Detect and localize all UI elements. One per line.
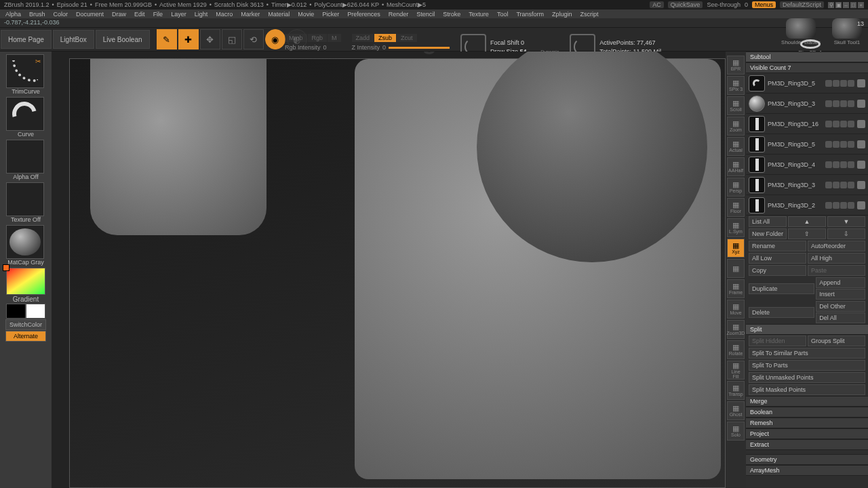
- subtool-item[interactable]: PM3D_Ring3D_3: [746, 94, 868, 114]
- color-swatches[interactable]: [6, 304, 45, 319]
- splithidden-button[interactable]: Split Hidden: [749, 336, 806, 346]
- menu-stencil[interactable]: Stencil: [412, 11, 439, 18]
- window-expand-icon[interactable]: ▣: [835, 2, 842, 8]
- nav-spix-3[interactable]: ▦SPix 3: [727, 76, 745, 95]
- allhigh-button[interactable]: All High: [808, 253, 865, 264]
- nav-xyz[interactable]: ▦Xyz: [727, 239, 745, 258]
- draw-mode-button[interactable]: ✚: [178, 29, 199, 49]
- gizmo-button[interactable]: ◉: [265, 29, 285, 49]
- nav-l.sym[interactable]: ▦L.Sym: [727, 218, 745, 237]
- viewport[interactable]: www.rrcg.cn: [52, 52, 726, 488]
- menu-zscript[interactable]: Zscript: [576, 11, 603, 18]
- maximize-icon[interactable]: □: [850, 2, 856, 8]
- mrgb-button[interactable]: Mrgb: [285, 34, 307, 42]
- lightbox-button[interactable]: LightBox: [53, 30, 94, 49]
- boolean-header[interactable]: Boolean: [746, 407, 868, 418]
- move-mode-button[interactable]: ✥: [200, 29, 220, 49]
- list-all-button[interactable]: List All: [749, 216, 787, 227]
- alternate-button[interactable]: Alternate: [5, 331, 46, 342]
- subtool-item[interactable]: PM3D_Ring3D_5: [746, 73, 868, 94]
- m-button[interactable]: M: [328, 34, 341, 42]
- curve-stroke[interactable]: Curve: [6, 97, 45, 139]
- menu-alpha[interactable]: Alpha: [1, 11, 25, 18]
- subtool-item[interactable]: PM3D_Ring3D_2: [746, 195, 868, 216]
- append-button[interactable]: Append: [816, 277, 865, 288]
- subtool-list[interactable]: PM3D_Ring3D_5PM3D_Ring3D_3PM3D_Ring3D_16…: [746, 73, 868, 216]
- menu-layer[interactable]: Layer: [167, 11, 191, 18]
- menu-picker[interactable]: Picker: [318, 11, 343, 18]
- nav-ghost[interactable]: ▦Ghost: [727, 401, 745, 420]
- alpha-slot[interactable]: Alpha Off: [6, 140, 45, 182]
- nav-blank[interactable]: ▦: [727, 259, 745, 278]
- remesh-header[interactable]: Remesh: [746, 418, 868, 428]
- splitmasked-button[interactable]: Split Masked Points: [749, 384, 865, 395]
- move-down-icon[interactable]: ⇩: [827, 228, 865, 239]
- menu-edit[interactable]: Edit: [130, 11, 149, 18]
- arrow-up-icon[interactable]: ▲: [788, 216, 826, 227]
- splitsimilar-button[interactable]: Split To Similar Parts: [749, 348, 865, 359]
- rotate-mode-button[interactable]: ⟲: [243, 29, 264, 49]
- project-header[interactable]: Project: [746, 428, 868, 439]
- groupssplit-button[interactable]: Groups Split: [808, 336, 865, 346]
- zsub-button[interactable]: Zsub: [374, 34, 396, 42]
- trimcurve-brush[interactable]: ✂TrimCurve: [6, 54, 45, 96]
- menu-material[interactable]: Material: [264, 11, 294, 18]
- copy-button[interactable]: Copy: [749, 265, 806, 276]
- menu-zplugin[interactable]: Zplugin: [548, 11, 576, 18]
- nav-transp[interactable]: ▦Transp: [727, 381, 745, 400]
- paste-button[interactable]: Paste: [808, 265, 865, 276]
- delother-button[interactable]: Del Other: [816, 301, 865, 312]
- nav-rotate[interactable]: ▦Rotate: [727, 340, 745, 359]
- subtool-item[interactable]: PM3D_Ring3D_3: [746, 175, 868, 195]
- rename-button[interactable]: Rename: [749, 241, 806, 251]
- nav-scroll[interactable]: ▦Scroll: [727, 96, 745, 115]
- zcut-button[interactable]: Zcut: [397, 34, 417, 42]
- menus-toggle[interactable]: Menus: [752, 1, 776, 8]
- nav-zoom[interactable]: ▦Zoom: [727, 117, 745, 136]
- split-header[interactable]: Split: [746, 324, 868, 335]
- close-icon[interactable]: ×: [858, 2, 864, 8]
- menu-document[interactable]: Document: [72, 11, 108, 18]
- merge-header[interactable]: Merge: [746, 396, 868, 407]
- menu-draw[interactable]: Draw: [108, 11, 130, 18]
- splitparts-button[interactable]: Split To Parts: [749, 360, 865, 371]
- menu-tool[interactable]: Tool: [493, 11, 513, 18]
- subtool-item[interactable]: PM3D_Ring3D_16: [746, 114, 868, 134]
- menu-brush[interactable]: Brush: [25, 11, 50, 18]
- nav-move[interactable]: ▦Move: [727, 300, 745, 319]
- subtool-header[interactable]: Subtool: [746, 52, 868, 62]
- new-folder-button[interactable]: New Folder: [749, 228, 787, 239]
- menu-stroke[interactable]: Stroke: [439, 11, 465, 18]
- live-boolean-button[interactable]: Live Boolean: [96, 30, 150, 49]
- delall-button[interactable]: Del All: [816, 312, 865, 323]
- nav-persp[interactable]: ▦Persp: [727, 178, 745, 197]
- zadd-button[interactable]: Zadd: [352, 34, 374, 42]
- quicksave-button[interactable]: QuickSave: [668, 1, 703, 8]
- rgb-button[interactable]: Rgb: [308, 34, 328, 42]
- autoreorder-button[interactable]: AutoReorder: [808, 241, 865, 251]
- nav-frame[interactable]: ▦Frame: [727, 279, 745, 298]
- subtool-item[interactable]: PM3D_Ring3D_5: [746, 134, 868, 155]
- delete-button[interactable]: Delete: [749, 307, 814, 318]
- nav-zoom3d[interactable]: ▦Zoom3D: [727, 320, 745, 339]
- arraymesh-header[interactable]: ArrayMesh: [746, 465, 868, 476]
- arrow-down-icon[interactable]: ▼: [827, 216, 865, 227]
- nav-solo[interactable]: ▦Solo: [727, 422, 745, 441]
- duplicate-button[interactable]: Duplicate: [749, 283, 814, 294]
- home-page-button[interactable]: Home Page: [1, 30, 52, 49]
- splitunmasked-button[interactable]: Split Unmasked Points: [749, 372, 865, 383]
- menu-macro[interactable]: Macro: [212, 11, 237, 18]
- window-lock-icon[interactable]: ⚲: [828, 2, 834, 8]
- nav-line-fill[interactable]: ▦Line Fill: [727, 361, 745, 380]
- menu-file[interactable]: File: [149, 11, 167, 18]
- subtool-item[interactable]: PM3D_Ring3D_4: [746, 155, 868, 175]
- color-picker[interactable]: [6, 268, 45, 295]
- alllow-button[interactable]: All Low: [749, 253, 806, 264]
- switchcolor-button[interactable]: SwitchColor: [5, 319, 46, 330]
- nav-aahalf[interactable]: ▦AAHalf: [727, 157, 745, 176]
- menu-render[interactable]: Render: [384, 11, 413, 18]
- menu-marker[interactable]: Marker: [237, 11, 264, 18]
- material-slot[interactable]: MatCap Gray: [6, 225, 45, 267]
- texture-slot[interactable]: Texture Off: [6, 182, 45, 224]
- menu-preferences[interactable]: Preferences: [343, 11, 384, 18]
